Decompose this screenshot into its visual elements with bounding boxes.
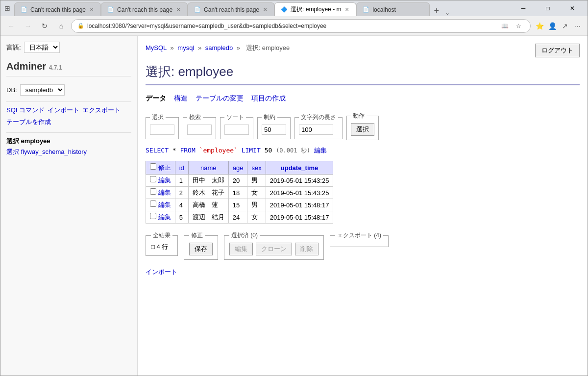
th-id[interactable]: id	[175, 161, 188, 175]
row2-checkbox[interactable]	[150, 188, 156, 195]
tab-menu-button[interactable]: ⌄	[443, 9, 452, 16]
clone-button[interactable]: クローン	[256, 243, 292, 255]
share-button[interactable]: ↗	[559, 20, 571, 32]
row3-name: 高橋 蓮	[188, 199, 228, 211]
delete-button[interactable]: 削除	[295, 243, 318, 255]
sidebar-table-flyway[interactable]: 選択 flyway_schema_history	[6, 148, 131, 156]
all-results-text: □ 4 行	[151, 243, 168, 251]
tab-2-close[interactable]: ✕	[175, 6, 181, 13]
th-age[interactable]: age	[228, 161, 247, 175]
import-link[interactable]: インポート	[146, 268, 177, 276]
limit-input[interactable]	[262, 125, 286, 135]
breadcrumb-mysql[interactable]: MySQL	[146, 44, 167, 51]
select-action-button[interactable]: 選択	[351, 123, 374, 136]
tab-5[interactable]: 📄 localhost	[356, 2, 430, 16]
length-legend: 文字列の長さ	[299, 113, 338, 122]
sidebar-divider	[6, 101, 131, 102]
th-modify-label: 修正	[158, 164, 171, 171]
sql-from-keyword: FROM	[180, 147, 195, 154]
lang-select[interactable]: 日本語	[24, 42, 60, 53]
row1-id: 1	[175, 175, 188, 187]
select-legend: 選択	[150, 113, 166, 122]
table-row: 編集 1 田中 太郎 20 男 2019-05-01 15:43:25	[146, 175, 333, 187]
row4-checkbox[interactable]	[150, 213, 156, 219]
tab-4-close[interactable]: ✕	[344, 6, 350, 13]
row1-edit[interactable]: 編集	[158, 176, 171, 184]
breadcrumb-sampledb[interactable]: sampledb	[205, 44, 233, 51]
bookmark-button[interactable]: ☆	[513, 20, 524, 32]
tab-1[interactable]: 📄 Can't reach this page ✕	[14, 2, 101, 16]
logout-button[interactable]: ログアウト	[535, 44, 580, 57]
header-row: MySQL » mysql » sampledb » 選択: employee …	[146, 44, 580, 58]
select-input[interactable]	[150, 125, 174, 135]
maximize-button[interactable]: □	[537, 0, 559, 16]
tab-alter-table[interactable]: テーブルの変更	[196, 93, 244, 104]
menu-button[interactable]: ···	[572, 20, 584, 32]
sql-edit-link[interactable]: 編集	[314, 147, 327, 154]
refresh-button[interactable]: ↻	[38, 19, 51, 33]
row1-sex: 男	[247, 175, 266, 187]
home-button[interactable]: ⌂	[54, 19, 68, 33]
sidebar-links: SQLコマンド インポート エクスポート テーブルを作成	[6, 106, 131, 126]
export-link-sidebar[interactable]: エクスポート	[82, 106, 121, 115]
data-table: 修正 id name age sex update_time 編集 1 田中 太…	[146, 161, 333, 224]
row2-age: 18	[228, 187, 247, 199]
import-link-sidebar[interactable]: インポート	[48, 106, 79, 115]
tab-new-item[interactable]: 項目の作成	[251, 93, 286, 104]
tab-2[interactable]: 📄 Can't reach this page ✕	[101, 2, 188, 16]
save-button[interactable]: 保存	[189, 243, 213, 255]
search-input[interactable]	[187, 125, 212, 135]
tab-3-icon: 📄	[194, 6, 201, 13]
sql-command-link[interactable]: SQLコマンド	[6, 106, 45, 115]
tab-4[interactable]: 🔷 選択: employee - m ✕	[274, 2, 356, 16]
lock-icon: 🔒	[77, 23, 84, 29]
tab-3-close[interactable]: ✕	[262, 6, 268, 13]
search-filter-group: 検索	[183, 113, 216, 139]
sidebar-table-employee[interactable]: 選択 employee	[6, 137, 131, 146]
minimize-button[interactable]: ─	[512, 0, 535, 16]
action-legend: 動作	[351, 112, 367, 120]
sidebar-db: DB: sampledb	[6, 84, 131, 96]
row3-update-time: 2019-05-01 15:48:17	[266, 199, 333, 211]
row3-edit[interactable]: 編集	[158, 201, 171, 208]
modify-legend: 修正	[189, 231, 205, 240]
row4-edit[interactable]: 編集	[158, 213, 171, 221]
row1-checkbox[interactable]	[150, 176, 156, 182]
row4-check: 編集	[146, 211, 175, 224]
row3-checkbox[interactable]	[150, 201, 156, 207]
profile-button[interactable]: 👤	[546, 20, 558, 32]
back-button[interactable]: ←	[4, 19, 18, 33]
th-update-time[interactable]: update_time	[266, 161, 333, 175]
tab-2-icon: 📄	[107, 6, 114, 13]
close-button[interactable]: ✕	[561, 0, 584, 16]
row2-check: 編集	[146, 187, 175, 199]
row2-edit[interactable]: 編集	[158, 189, 171, 196]
tab-data[interactable]: データ	[146, 93, 166, 104]
tab-list: 📄 Can't reach this page ✕ 📄 Can't reach …	[14, 0, 506, 16]
tab-1-close[interactable]: ✕	[89, 6, 95, 13]
tab-3[interactable]: 📄 Can't reach this page ✕	[188, 2, 274, 16]
sql-select-keyword: SELECT	[146, 147, 169, 154]
adminer-version: 4.7.1	[49, 64, 62, 71]
th-check[interactable]: 修正	[146, 161, 175, 175]
breadcrumb-mysql-db[interactable]: mysql	[177, 44, 194, 51]
row1-update-time: 2019-05-01 15:43:25	[266, 175, 333, 187]
edit-selected-button[interactable]: 編集	[229, 243, 253, 255]
tab-structure[interactable]: 構造	[174, 93, 188, 104]
th-sex[interactable]: sex	[247, 161, 266, 175]
sidebar-divider-2	[6, 132, 131, 133]
create-table-link[interactable]: テーブルを作成	[6, 118, 51, 126]
length-input[interactable]	[299, 125, 333, 135]
new-tab-button[interactable]: +	[430, 6, 443, 16]
collections-button[interactable]: ⭐	[534, 20, 545, 32]
th-name[interactable]: name	[188, 161, 228, 175]
url-text: localhost:9080/?server=mysql&username=sa…	[87, 23, 496, 29]
forward-button[interactable]: →	[21, 19, 35, 33]
sidebar-lang: 言語: 日本語	[6, 42, 131, 53]
sort-input[interactable]	[224, 125, 249, 135]
all-results-legend: 全結果	[151, 231, 172, 240]
select-all-checkbox[interactable]	[150, 163, 156, 170]
reader-mode-button[interactable]: 📖	[499, 20, 511, 32]
db-select[interactable]: sampledb	[20, 84, 65, 96]
url-bar[interactable]: 🔒 localhost:9080/?server=mysql&username=…	[71, 19, 531, 33]
